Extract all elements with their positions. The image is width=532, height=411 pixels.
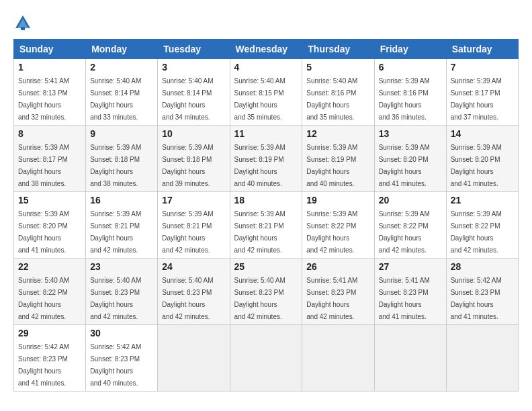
calendar-cell: 8 Sunrise: 5:39 AMSunset: 8:17 PMDayligh… <box>14 126 86 192</box>
day-number: 8 <box>18 128 81 139</box>
calendar-cell: 13 Sunrise: 5:39 AMSunset: 8:20 PMDaylig… <box>374 126 446 192</box>
day-info: Sunrise: 5:39 AMSunset: 8:19 PMDaylight … <box>234 144 285 187</box>
day-number: 6 <box>379 62 442 73</box>
calendar-cell: 1 Sunrise: 5:41 AMSunset: 8:13 PMDayligh… <box>14 59 86 126</box>
day-number: 23 <box>90 261 153 272</box>
col-tuesday: Tuesday <box>158 40 230 59</box>
day-info: Sunrise: 5:39 AMSunset: 8:22 PMDaylight … <box>451 210 502 254</box>
logo <box>13 13 35 32</box>
day-info: Sunrise: 5:39 AMSunset: 8:20 PMDaylight … <box>18 210 69 254</box>
day-number: 18 <box>234 195 298 205</box>
calendar-cell: 24 Sunrise: 5:40 AMSunset: 8:23 PMDaylig… <box>158 259 230 325</box>
calendar-cell: 3 Sunrise: 5:40 AMSunset: 8:14 PMDayligh… <box>158 59 230 126</box>
calendar-cell: 11 Sunrise: 5:39 AMSunset: 8:19 PMDaylig… <box>230 126 302 192</box>
day-info: Sunrise: 5:39 AMSunset: 8:20 PMDaylight … <box>451 144 502 187</box>
calendar-cell <box>158 325 230 392</box>
calendar-week-row: 15 Sunrise: 5:39 AMSunset: 8:20 PMDaylig… <box>14 192 519 259</box>
calendar-cell: 5 Sunrise: 5:40 AMSunset: 8:16 PMDayligh… <box>302 59 374 126</box>
day-number: 4 <box>234 62 298 73</box>
day-info: Sunrise: 5:40 AMSunset: 8:14 PMDaylight … <box>90 77 141 121</box>
day-info: Sunrise: 5:39 AMSunset: 8:17 PMDaylight … <box>18 144 69 187</box>
day-number: 12 <box>306 128 369 139</box>
day-info: Sunrise: 5:42 AMSunset: 8:23 PMDaylight … <box>90 343 141 387</box>
day-info: Sunrise: 5:40 AMSunset: 8:23 PMDaylight … <box>234 277 285 320</box>
day-number: 16 <box>90 195 153 205</box>
day-number: 20 <box>379 195 442 205</box>
calendar-cell: 22 Sunrise: 5:40 AMSunset: 8:22 PMDaylig… <box>14 259 86 325</box>
day-number: 1 <box>18 62 81 73</box>
calendar-cell: 27 Sunrise: 5:41 AMSunset: 8:23 PMDaylig… <box>374 259 446 325</box>
day-number: 13 <box>379 128 442 139</box>
calendar-cell: 4 Sunrise: 5:40 AMSunset: 8:15 PMDayligh… <box>230 59 302 126</box>
col-monday: Monday <box>86 40 158 59</box>
day-info: Sunrise: 5:39 AMSunset: 8:16 PMDaylight … <box>379 77 430 121</box>
day-info: Sunrise: 5:39 AMSunset: 8:19 PMDaylight … <box>306 144 357 187</box>
calendar-cell: 6 Sunrise: 5:39 AMSunset: 8:16 PMDayligh… <box>374 59 446 126</box>
day-number: 19 <box>306 195 369 205</box>
col-saturday: Saturday <box>446 40 518 59</box>
col-wednesday: Wednesday <box>230 40 302 59</box>
day-info: Sunrise: 5:39 AMSunset: 8:18 PMDaylight … <box>90 144 141 187</box>
calendar-week-row: 29 Sunrise: 5:42 AMSunset: 8:23 PMDaylig… <box>14 325 519 392</box>
day-number: 27 <box>379 261 442 272</box>
calendar-cell: 23 Sunrise: 5:40 AMSunset: 8:23 PMDaylig… <box>86 259 158 325</box>
day-number: 29 <box>18 328 81 338</box>
calendar-table: Sunday Monday Tuesday Wednesday Thursday… <box>13 39 519 392</box>
col-sunday: Sunday <box>14 40 86 59</box>
calendar-cell: 16 Sunrise: 5:39 AMSunset: 8:21 PMDaylig… <box>86 192 158 259</box>
calendar-cell: 12 Sunrise: 5:39 AMSunset: 8:19 PMDaylig… <box>302 126 374 192</box>
calendar-week-row: 8 Sunrise: 5:39 AMSunset: 8:17 PMDayligh… <box>14 126 519 192</box>
calendar-cell: 9 Sunrise: 5:39 AMSunset: 8:18 PMDayligh… <box>86 126 158 192</box>
day-info: Sunrise: 5:39 AMSunset: 8:17 PMDaylight … <box>451 77 502 121</box>
day-info: Sunrise: 5:42 AMSunset: 8:23 PMDaylight … <box>451 277 502 320</box>
calendar-cell <box>374 325 446 392</box>
day-info: Sunrise: 5:39 AMSunset: 8:20 PMDaylight … <box>379 144 430 187</box>
calendar-cell: 7 Sunrise: 5:39 AMSunset: 8:17 PMDayligh… <box>446 59 518 126</box>
day-number: 10 <box>162 128 225 139</box>
calendar-week-row: 1 Sunrise: 5:41 AMSunset: 8:13 PMDayligh… <box>14 59 519 126</box>
day-info: Sunrise: 5:39 AMSunset: 8:21 PMDaylight … <box>90 210 141 254</box>
calendar-week-row: 22 Sunrise: 5:40 AMSunset: 8:22 PMDaylig… <box>14 259 519 325</box>
calendar-cell: 2 Sunrise: 5:40 AMSunset: 8:14 PMDayligh… <box>86 59 158 126</box>
calendar-cell: 28 Sunrise: 5:42 AMSunset: 8:23 PMDaylig… <box>446 259 518 325</box>
col-thursday: Thursday <box>302 40 374 59</box>
calendar-cell <box>230 325 302 392</box>
day-number: 2 <box>90 62 153 73</box>
day-number: 25 <box>234 261 298 272</box>
calendar-cell: 21 Sunrise: 5:39 AMSunset: 8:22 PMDaylig… <box>446 192 518 259</box>
calendar-cell: 25 Sunrise: 5:40 AMSunset: 8:23 PMDaylig… <box>230 259 302 325</box>
day-info: Sunrise: 5:40 AMSunset: 8:15 PMDaylight … <box>234 77 285 121</box>
day-info: Sunrise: 5:40 AMSunset: 8:23 PMDaylight … <box>162 277 213 320</box>
calendar-cell <box>302 325 374 392</box>
calendar-cell <box>446 325 518 392</box>
day-number: 26 <box>306 261 369 272</box>
day-number: 24 <box>162 261 225 272</box>
day-info: Sunrise: 5:39 AMSunset: 8:22 PMDaylight … <box>379 210 430 254</box>
day-info: Sunrise: 5:39 AMSunset: 8:22 PMDaylight … <box>306 210 357 254</box>
calendar-header-row: Sunday Monday Tuesday Wednesday Thursday… <box>14 40 519 59</box>
col-friday: Friday <box>374 40 446 59</box>
logo-icon <box>13 13 32 32</box>
day-number: 9 <box>90 128 153 139</box>
calendar-cell: 10 Sunrise: 5:39 AMSunset: 8:18 PMDaylig… <box>158 126 230 192</box>
day-info: Sunrise: 5:40 AMSunset: 8:16 PMDaylight … <box>306 77 357 121</box>
calendar-cell: 19 Sunrise: 5:39 AMSunset: 8:22 PMDaylig… <box>302 192 374 259</box>
day-info: Sunrise: 5:41 AMSunset: 8:13 PMDaylight … <box>18 77 69 121</box>
day-info: Sunrise: 5:41 AMSunset: 8:23 PMDaylight … <box>379 277 430 320</box>
day-info: Sunrise: 5:40 AMSunset: 8:14 PMDaylight … <box>162 77 213 121</box>
calendar-cell: 14 Sunrise: 5:39 AMSunset: 8:20 PMDaylig… <box>446 126 518 192</box>
calendar-cell: 17 Sunrise: 5:39 AMSunset: 8:21 PMDaylig… <box>158 192 230 259</box>
day-number: 28 <box>451 261 514 272</box>
day-info: Sunrise: 5:39 AMSunset: 8:21 PMDaylight … <box>162 210 213 254</box>
day-info: Sunrise: 5:41 AMSunset: 8:23 PMDaylight … <box>306 277 357 320</box>
day-number: 22 <box>18 261 81 272</box>
day-number: 30 <box>90 328 153 338</box>
day-number: 15 <box>18 195 81 205</box>
calendar-cell: 18 Sunrise: 5:39 AMSunset: 8:21 PMDaylig… <box>230 192 302 259</box>
day-number: 5 <box>306 62 369 73</box>
day-info: Sunrise: 5:39 AMSunset: 8:18 PMDaylight … <box>162 144 213 187</box>
day-info: Sunrise: 5:42 AMSunset: 8:23 PMDaylight … <box>18 343 69 387</box>
day-info: Sunrise: 5:40 AMSunset: 8:23 PMDaylight … <box>90 277 141 320</box>
day-number: 3 <box>162 62 225 73</box>
day-info: Sunrise: 5:40 AMSunset: 8:22 PMDaylight … <box>18 277 69 320</box>
